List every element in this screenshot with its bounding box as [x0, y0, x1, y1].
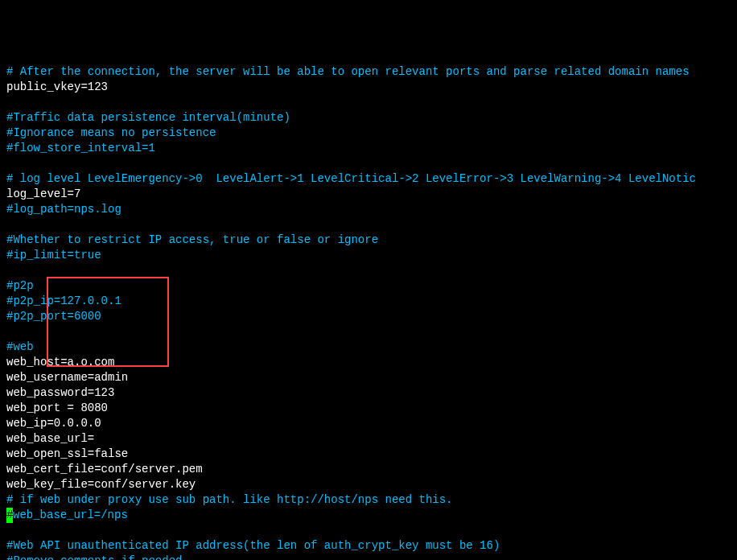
editor-line[interactable]: #Traffic data persistence interval(minut…: [6, 110, 731, 126]
editor-line[interactable]: #web_base_url=/nps: [6, 508, 731, 523]
editor-line[interactable]: #flow_store_interval=1: [6, 141, 731, 156]
editor-line[interactable]: log_level=7: [6, 187, 731, 202]
editor-line[interactable]: # After the connection, the server will …: [6, 64, 731, 80]
editor-line[interactable]: #Whether to restrict IP access, true or …: [6, 233, 731, 248]
editor-line[interactable]: #log_path=nps.log: [6, 202, 731, 217]
editor-line[interactable]: [6, 523, 731, 538]
editor-line[interactable]: [6, 263, 731, 278]
editor-line[interactable]: [6, 95, 731, 110]
editor-line[interactable]: # if web under proxy use sub path. like …: [6, 492, 731, 508]
editor-line[interactable]: #ip_limit=true: [6, 248, 731, 263]
editor-line[interactable]: [6, 156, 731, 171]
editor-line[interactable]: web_password=123: [6, 385, 731, 401]
editor-line[interactable]: # log level LevelEmergency->0 LevelAlert…: [6, 171, 731, 187]
editor-line[interactable]: web_host=a.o.com: [6, 355, 731, 370]
editor-line[interactable]: web_open_ssl=false: [6, 447, 731, 462]
editor-line[interactable]: #p2p: [6, 278, 731, 294]
editor-line[interactable]: #Ignorance means no persistence: [6, 126, 731, 141]
editor-line[interactable]: #Web API unauthenticated IP address(the …: [6, 538, 731, 554]
editor-line[interactable]: public_vkey=123: [6, 80, 731, 95]
cursor: #: [6, 508, 13, 523]
editor-line[interactable]: [6, 217, 731, 233]
editor-line[interactable]: web_key_file=conf/server.key: [6, 477, 731, 492]
editor-line[interactable]: [6, 324, 731, 340]
editor-line[interactable]: #p2p_port=6000: [6, 309, 731, 324]
editor-line[interactable]: web_ip=0.0.0.0: [6, 416, 731, 431]
editor-line[interactable]: web_port = 8080: [6, 401, 731, 416]
editor-line[interactable]: #web: [6, 340, 731, 355]
editor-line[interactable]: #Remove comments if needed: [6, 554, 731, 560]
editor-line[interactable]: web_username=admin: [6, 370, 731, 385]
editor-line[interactable]: #p2p_ip=127.0.0.1: [6, 294, 731, 309]
editor-content[interactable]: # After the connection, the server will …: [6, 64, 731, 560]
editor-line[interactable]: web_base_url=: [6, 431, 731, 447]
editor-line[interactable]: web_cert_file=conf/server.pem: [6, 462, 731, 477]
